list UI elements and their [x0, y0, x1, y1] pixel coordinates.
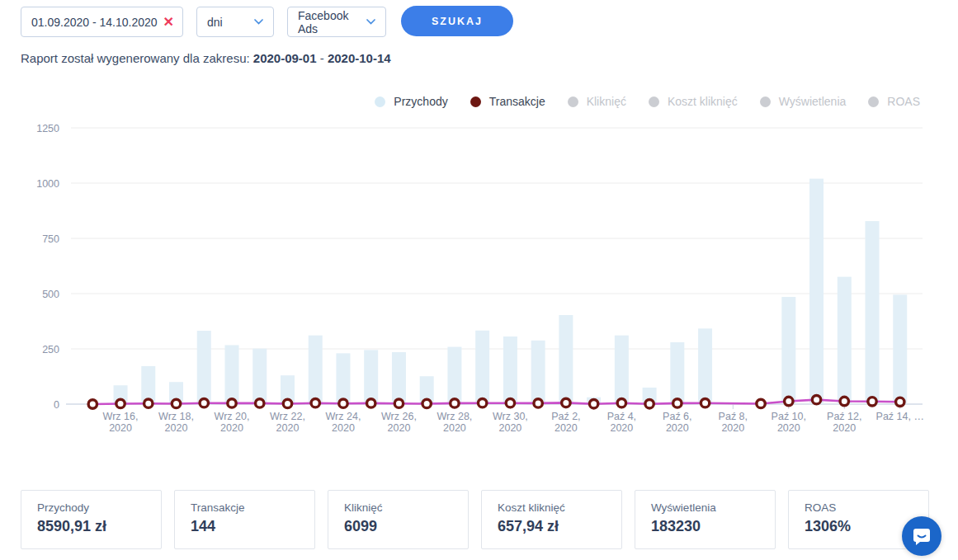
x-axis-tick: 2020 [388, 422, 411, 434]
x-axis-tick: Paź 2, [551, 411, 580, 422]
legend-dot-icon [760, 96, 771, 107]
x-axis-tick: 2020 [276, 422, 300, 434]
card-value: 657,94 zł [498, 518, 606, 535]
legend-label: ROAS [887, 95, 920, 108]
legend-label: Kliknięć [587, 95, 626, 108]
marker-transakcje[interactable] [451, 399, 459, 407]
x-axis-tick: Wrz 16, [103, 411, 139, 422]
legend-label: Wyświetlenia [779, 95, 847, 108]
bar-przychody[interactable] [698, 328, 712, 404]
summary-card-przychody: Przychody8590,91 zł [21, 490, 162, 549]
legend-item-przychody[interactable]: Przychody [375, 95, 447, 108]
card-label: Kliknięć [344, 501, 452, 514]
legend-dot-icon [375, 96, 385, 107]
bar-przychody[interactable] [447, 347, 461, 404]
bar-przychody[interactable] [364, 350, 378, 404]
y-axis-tick: 1000 [36, 178, 59, 190]
card-value: 183230 [651, 518, 759, 535]
marker-transakcje[interactable] [562, 398, 570, 407]
bar-przychody[interactable] [252, 349, 267, 404]
marker-transakcje[interactable] [617, 398, 625, 407]
x-axis-tick: Wrz 20, [215, 411, 250, 422]
bar-przychody[interactable] [475, 331, 489, 404]
marker-transakcje[interactable] [478, 398, 486, 407]
x-axis-tick: 2020 [666, 422, 689, 434]
marker-transakcje[interactable] [868, 398, 876, 406]
source-select[interactable]: Facebook Ads [287, 7, 386, 37]
legend-item-klikniec[interactable]: Kliknięć [568, 95, 626, 108]
marker-transakcje[interactable] [88, 400, 97, 408]
summary-cards-row: Przychody8590,91 złTransakcje144Kliknięć… [21, 490, 929, 549]
legend-item-wyswietlenia[interactable]: Wyświetlenia [760, 95, 847, 108]
marker-transakcje[interactable] [840, 397, 848, 405]
x-axis-tick: 2020 [610, 422, 633, 434]
marker-transakcje[interactable] [200, 398, 208, 407]
x-axis-tick: 2020 [498, 422, 521, 434]
legend-item-koszt-klikniec[interactable]: Koszt kliknięć [649, 95, 738, 108]
bar-przychody[interactable] [336, 353, 350, 404]
x-axis-tick: 2020 [721, 422, 744, 434]
marker-transakcje[interactable] [228, 399, 236, 407]
card-label: Przychody [37, 501, 145, 514]
date-range-input[interactable]: 01.09.2020 - 14.10.2020 ✕ [21, 7, 183, 37]
report-range-text: Raport został wygenerowany dla zakresu: … [21, 51, 391, 65]
legend-dot-icon [568, 96, 578, 107]
bar-przychody[interactable] [309, 336, 323, 404]
x-axis-tick: 2020 [220, 422, 243, 434]
report-prefix: Raport został wygenerowany dla zakresu: [21, 51, 253, 65]
marker-transakcje[interactable] [506, 398, 514, 407]
bar-przychody[interactable] [225, 345, 239, 404]
marker-transakcje[interactable] [645, 400, 654, 408]
marker-transakcje[interactable] [339, 399, 347, 407]
summary-card-klikniec: Kliknięć6099 [328, 490, 469, 549]
bar-przychody[interactable] [670, 342, 684, 404]
marker-transakcje[interactable] [757, 399, 765, 407]
x-axis-tick: 2020 [109, 422, 132, 434]
marker-transakcje[interactable] [116, 399, 125, 407]
x-axis-tick: Wrz 18, [158, 411, 194, 422]
marker-transakcje[interactable] [394, 399, 403, 407]
search-button[interactable]: SZUKAJ [401, 6, 513, 36]
marker-transakcje[interactable] [785, 397, 793, 405]
y-axis-tick: 500 [42, 289, 59, 300]
marker-transakcje[interactable] [367, 399, 375, 407]
marker-transakcje[interactable] [701, 398, 709, 407]
bar-przychody[interactable] [559, 315, 573, 404]
y-axis-tick: 250 [42, 344, 59, 355]
granularity-select[interactable]: dni [196, 7, 274, 37]
marker-transakcje[interactable] [673, 399, 682, 407]
marker-transakcje[interactable] [422, 399, 431, 407]
x-axis-tick: 2020 [443, 422, 466, 434]
bar-przychody[interactable] [809, 179, 824, 404]
bar-przychody[interactable] [838, 277, 852, 404]
timeseries-chart[interactable]: 025050075010001250Wrz 16,2020Wrz 18,2020… [0, 0, 958, 449]
marker-transakcje[interactable] [534, 399, 542, 407]
bar-przychody[interactable] [866, 221, 880, 404]
bar-przychody[interactable] [392, 352, 406, 404]
legend-item-roas[interactable]: ROAS [868, 95, 920, 108]
bar-przychody[interactable] [615, 336, 629, 404]
bar-przychody[interactable] [893, 294, 907, 404]
marker-transakcje[interactable] [256, 399, 264, 407]
legend-item-transakcje[interactable]: Transakcje [470, 95, 545, 108]
marker-transakcje[interactable] [896, 398, 904, 406]
bar-przychody[interactable] [503, 336, 517, 404]
card-value: 144 [191, 518, 299, 535]
x-axis-tick: Paź 6, [663, 411, 691, 422]
x-axis-tick: 2020 [555, 422, 578, 434]
marker-transakcje[interactable] [283, 399, 291, 407]
marker-transakcje[interactable] [172, 399, 180, 407]
chat-launcher-button[interactable] [902, 516, 941, 556]
clear-date-icon[interactable]: ✕ [163, 16, 174, 29]
legend-label: Przychody [394, 95, 447, 108]
card-label: Transakcje [191, 501, 299, 514]
marker-transakcje[interactable] [589, 400, 597, 408]
marker-transakcje[interactable] [144, 399, 153, 407]
card-label: ROAS [805, 501, 913, 514]
bar-przychody[interactable] [781, 297, 795, 404]
marker-transakcje[interactable] [311, 398, 319, 407]
bar-przychody[interactable] [197, 331, 211, 404]
marker-transakcje[interactable] [812, 395, 820, 403]
report-end-date: 2020-10-14 [328, 51, 391, 65]
bar-przychody[interactable] [531, 341, 545, 404]
